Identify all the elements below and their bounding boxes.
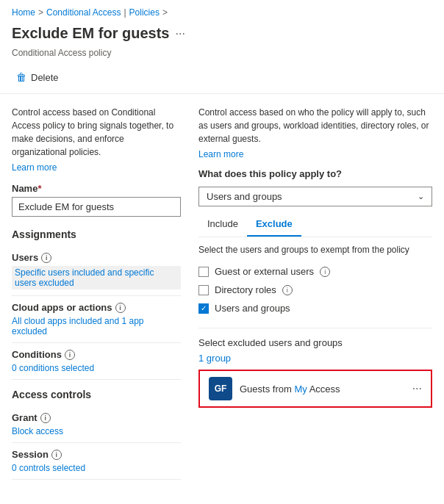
policy-applies-dropdown-container: Users and groups ⌄ xyxy=(198,187,432,206)
breadcrumb-conditional[interactable]: Conditional Access xyxy=(46,7,121,18)
include-exclude-tabs: Include Exclude xyxy=(198,212,432,237)
page-title: Exclude EM for guests xyxy=(12,25,170,42)
grant-info-icon[interactable]: i xyxy=(40,413,51,423)
more-options-icon[interactable]: ··· xyxy=(176,27,185,40)
breadcrumb-home[interactable]: Home xyxy=(12,7,35,18)
group-name-suffix: Access xyxy=(307,384,340,395)
grant-assignment: Grant i Block access xyxy=(12,406,181,443)
session-assignment: Session i 0 controls selected xyxy=(12,443,181,480)
breadcrumb-policies[interactable]: Policies xyxy=(129,7,160,18)
directory-roles-checkbox[interactable] xyxy=(198,285,209,295)
group-more-icon[interactable]: ··· xyxy=(412,382,422,395)
session-info-icon[interactable]: i xyxy=(51,450,62,460)
name-input[interactable] xyxy=(12,197,181,217)
guest-checkbox-row: Guest or external users i xyxy=(198,262,432,281)
cloud-apps-value[interactable]: All cloud apps included and 1 app exclud… xyxy=(12,316,181,336)
conditions-info-icon[interactable]: i xyxy=(65,350,75,360)
what-applies-label: What does this policy apply to? xyxy=(198,168,432,179)
session-value[interactable]: 0 controls selected xyxy=(12,463,181,473)
cloud-apps-assignment: Cloud apps or actions i All cloud apps i… xyxy=(12,296,181,343)
tab-exclude[interactable]: Exclude xyxy=(247,212,301,237)
breadcrumb-sep1: > xyxy=(38,7,43,18)
breadcrumb: Home > Conditional Access | Policies > xyxy=(0,0,444,22)
left-learn-more[interactable]: Learn more xyxy=(12,162,57,173)
right-description: Control access based on who the policy w… xyxy=(198,106,432,145)
users-label: Users xyxy=(12,252,38,263)
excluded-label: Select excluded users and groups xyxy=(198,337,432,348)
delete-button[interactable]: 🗑 Delete xyxy=(12,68,63,86)
users-value[interactable]: Specific users included and specific use… xyxy=(12,266,181,289)
group-name: Guests from My Access xyxy=(240,384,405,395)
group-name-prefix: Guests from xyxy=(240,384,294,395)
grant-value[interactable]: Block access xyxy=(12,426,181,436)
page-header: Exclude EM for guests ··· xyxy=(0,22,444,48)
conditions-label: Conditions xyxy=(12,349,62,360)
breadcrumb-sep3: > xyxy=(162,7,168,18)
policy-applies-dropdown[interactable]: Users and groups ⌄ xyxy=(198,187,432,206)
toolbar: 🗑 Delete xyxy=(0,64,444,94)
cloud-apps-info-icon[interactable]: i xyxy=(115,303,126,313)
right-panel: Control access based on who the policy w… xyxy=(198,106,432,480)
main-content: Control access based on Conditional Acce… xyxy=(0,94,444,492)
excluded-section: Select excluded users and groups 1 group… xyxy=(198,328,432,408)
access-controls-title: Access controls xyxy=(12,389,181,400)
directory-roles-label: Directory roles xyxy=(215,284,276,295)
name-field-label: Name* xyxy=(12,183,181,194)
select-users-desc: Select the users and groups to exempt fr… xyxy=(198,245,432,255)
group-avatar: GF xyxy=(209,377,232,400)
users-groups-label: Users and groups xyxy=(215,303,290,314)
left-description: Control access based on Conditional Acce… xyxy=(12,106,181,159)
grant-label: Grant xyxy=(12,412,37,423)
users-info-icon[interactable]: i xyxy=(41,253,51,263)
users-assignment: Users i Specific users included and spec… xyxy=(12,246,181,296)
dropdown-value: Users and groups xyxy=(207,191,282,202)
required-indicator: * xyxy=(37,183,41,194)
right-learn-more[interactable]: Learn more xyxy=(198,149,243,159)
group-item[interactable]: GF Guests from My Access ··· xyxy=(198,370,432,408)
guest-checkbox[interactable] xyxy=(198,267,209,277)
cloud-apps-text: All cloud apps included and xyxy=(12,316,119,326)
tab-include[interactable]: Include xyxy=(198,212,247,237)
users-groups-checkbox-row: Users and groups xyxy=(198,299,432,317)
session-label: Session xyxy=(12,449,49,460)
conditions-value[interactable]: 0 conditions selected xyxy=(12,363,181,373)
assignments-title: Assignments xyxy=(12,228,181,240)
chevron-down-icon: ⌄ xyxy=(418,192,424,201)
page-subtitle: Conditional Access policy xyxy=(0,48,444,64)
conditions-assignment: Conditions i 0 conditions selected xyxy=(12,343,181,380)
guest-info-icon[interactable]: i xyxy=(320,267,330,277)
group-name-highlight: My xyxy=(294,384,307,395)
breadcrumb-sep2: | xyxy=(123,7,126,18)
users-groups-checkbox[interactable] xyxy=(198,303,209,314)
guest-label: Guest or external users xyxy=(215,266,314,277)
group-count: 1 group xyxy=(198,353,432,364)
directory-roles-checkbox-row: Directory roles i xyxy=(198,281,432,299)
delete-label: Delete xyxy=(31,72,59,83)
cloud-apps-label: Cloud apps or actions xyxy=(12,302,112,313)
trash-icon: 🗑 xyxy=(16,71,26,83)
directory-info-icon[interactable]: i xyxy=(282,285,293,295)
left-panel: Control access based on Conditional Acce… xyxy=(12,106,181,480)
